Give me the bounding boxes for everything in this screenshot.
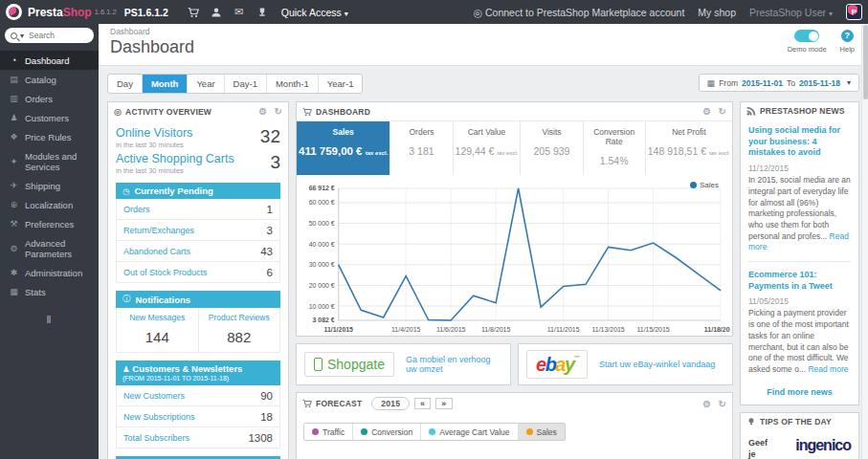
shopgate-link[interactable]: Ga mobiel en verhoog uw omzet [406,355,502,374]
kpi-orders[interactable]: Orders 3 181 [390,121,453,175]
cart-icon[interactable] [182,6,205,18]
person-icon: ♟ [122,364,130,374]
customer-icon[interactable] [205,6,228,18]
page-header: Dashboard Dashboard Demo mode ? Help [99,24,868,66]
kpi-visits[interactable]: Visits 205 939 [521,121,583,175]
sidebar-item-advanced-parameters[interactable]: ⚙Advanced Parameters [0,233,99,263]
orders-link[interactable]: Orders [123,205,150,214]
tab-month-1[interactable]: Month-1 [267,75,319,93]
kpi-row: Sales 411 759,00 € tax excl. Orders 3 18… [297,120,732,175]
kpi-net-profit[interactable]: Net Profit 148 918,51 € tax excl. [646,121,732,175]
tab-month[interactable]: Month [143,75,189,93]
marketplace-icon: ◎ [474,7,482,18]
out-of-stock-link[interactable]: Out of Stock Products [123,268,208,277]
search-input[interactable] [27,30,79,41]
kpi-sales[interactable]: Sales 411 759,00 € tax excl. [297,121,390,175]
news-article-title[interactable]: Using social media for your business: 4 … [748,125,851,159]
my-shop-link[interactable]: My shop [698,7,736,18]
help-icon[interactable]: ? [841,30,854,42]
sidebar-item-preferences[interactable]: ⚒Preferences [0,214,99,233]
svg-text:11/6/2015: 11/6/2015 [436,326,466,333]
sidebar-item-stats[interactable]: ▦Stats [0,282,99,301]
user-menu[interactable]: PrestaShop User▾ [749,7,833,18]
forecast-next-button[interactable]: » [435,398,452,409]
kpi-conversion-rate[interactable]: Conversion Rate 1.54% [584,121,646,175]
refresh-icon[interactable]: ↻ [718,399,726,409]
activity-icon: ◎ [114,107,122,117]
forecast-toggle-sales[interactable]: Sales [519,424,565,440]
cart-icon [302,107,312,117]
sidebar-item-localization[interactable]: ⊕Localization [0,195,99,214]
kpi-cart-value[interactable]: Cart Value 129,44 € tax excl. [454,121,522,175]
scrollbar-thumb[interactable] [863,25,868,99]
gear-icon[interactable]: ⚙ [702,106,711,117]
out-of-stock-row: Out of Stock Products6 [116,262,280,283]
new-customers-link[interactable]: New Customers [123,391,185,401]
sidebar-collapse-button[interactable]: ‖ [0,315,99,325]
shopgate-banner[interactable]: Shopgate Ga mobiel en verhoog uw omzet [296,343,511,385]
ebay-banner[interactable]: ebay™ Start uw eBay-winkel vandaag [518,343,733,385]
orders-icon: ▥ [9,94,19,103]
sidebar: ▾ ◔Dashboard ▤Catalog ▥Orders ♟Customers… [0,24,99,459]
search-scope-dropdown[interactable]: ▾ [20,32,24,40]
forecast-toggle-conversion[interactable]: Conversion [353,424,421,440]
sidebar-item-catalog[interactable]: ▤Catalog [0,70,99,89]
new-messages-cell[interactable]: New Messages 144 [117,308,198,352]
marketplace-link[interactable]: ◎ Connect to PrestaShop Marketplace acco… [474,7,684,18]
tab-year[interactable]: Year [188,75,224,93]
currently-pending-header: ◷Currently Pending [116,183,280,199]
sidebar-item-administration[interactable]: ✱Administration [0,263,99,282]
abandoned-carts-link[interactable]: Abandoned Carts [123,247,190,256]
sidebar-item-customers[interactable]: ♟Customers [0,108,99,127]
prestashop-logo[interactable] [6,4,22,20]
sidebar-item-dashboard[interactable]: ◔Dashboard [0,51,99,70]
user-avatar[interactable]: P [846,4,862,20]
active-carts-link[interactable]: Active Shopping Carts [116,152,234,165]
forecast-prev-button[interactable]: « [414,398,431,409]
sidebar-item-price-rules[interactable]: ❖Price Rules [0,127,99,146]
online-visitors-value: 32 [260,126,280,149]
ebay-link[interactable]: Start uw eBay-winkel vandaag [599,360,715,369]
forecast-year[interactable]: 2015 [371,397,410,410]
product-reviews-cell[interactable]: Product Reviews 882 [198,308,280,352]
tab-year-1[interactable]: Year-1 [319,75,363,93]
gear-icon[interactable]: ⚙ [258,106,267,117]
forecast-panel: FORECAST 2015 « » ⚙↻ Traffic Conver [296,392,733,459]
dashboard-icon: ◔ [9,55,19,65]
forecast-toggle-traffic[interactable]: Traffic [304,424,353,440]
forecast-toggle-average-cart-value[interactable]: Average Cart Value [421,424,518,440]
vertical-scrollbar[interactable] [861,24,868,459]
sidebar-item-orders[interactable]: ▥Orders [0,89,99,108]
read-more-link[interactable]: Read more [808,364,848,374]
breadcrumb[interactable]: Dashboard [110,27,857,36]
news-article-date: 11/12/2015 [748,164,851,173]
online-visitors-link[interactable]: Online Visitors [116,126,192,140]
mail-icon[interactable]: ✉ [228,6,251,18]
ingenico-logo[interactable]: ingenico Payment services [776,437,851,459]
svg-text:11/18/2015: 11/18/2015 [704,326,730,333]
total-subscribers-link[interactable]: Total Subscribers [123,433,189,443]
shop-version-label: PS1.6.1.2 [124,7,168,18]
sales-chart-svg[interactable]: 66 912 €60 000 €50 000 €40 000 €30 000 €… [299,177,730,336]
demo-mode-label: Demo mode [788,45,827,54]
find-more-news-link[interactable]: Find more news [748,387,851,397]
sidebar-search: ▾ [5,28,94,43]
new-subscriptions-link[interactable]: New Subscriptions [123,412,195,422]
refresh-icon[interactable]: ↻ [718,106,726,117]
brand-name: PrestaShop [28,6,92,19]
news-article-title[interactable]: Ecommerce 101: Payments in a Tweet [748,270,851,292]
demo-mode-toggle[interactable] [794,30,819,42]
trophy-icon[interactable] [251,6,274,18]
quick-access-menu[interactable]: Quick Access▾ [281,7,348,18]
sidebar-item-shipping[interactable]: ✈Shipping [0,176,99,195]
gear-icon[interactable]: ⚙ [702,399,711,409]
refresh-icon[interactable]: ↻ [274,106,282,117]
svg-text:11/4/2015: 11/4/2015 [391,326,421,333]
date-range-picker[interactable]: ▦ From 2015-11-01 To 2015-11-18 ▾ [699,74,859,92]
returns-link[interactable]: Return/Exchanges [123,226,194,235]
localization-icon: ⊕ [9,200,19,209]
tab-day[interactable]: Day [108,75,143,93]
sidebar-item-modules[interactable]: ✦Modules and Services [0,146,99,176]
tab-day-1[interactable]: Day-1 [225,75,267,93]
modules-icon: ✦ [9,157,19,166]
